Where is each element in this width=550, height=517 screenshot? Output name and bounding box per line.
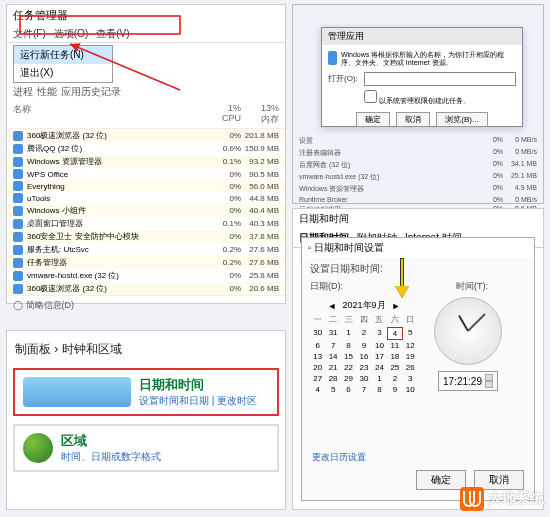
calendar-day[interactable]: 10 bbox=[403, 384, 418, 395]
calendar-day[interactable]: 8 bbox=[372, 384, 387, 395]
table-row[interactable]: Windows 资源管理器0%4.9 MB bbox=[299, 183, 537, 195]
calendar-day[interactable]: 21 bbox=[325, 362, 340, 373]
table-row[interactable]: 服务主机: UtcSvc0.2%27.6 MB bbox=[7, 243, 285, 256]
admin-checkbox[interactable] bbox=[364, 90, 377, 103]
calendar-day[interactable]: 25 bbox=[387, 362, 402, 373]
calendar-day[interactable]: 6 bbox=[310, 340, 325, 351]
table-row[interactable]: Runtime Broker0%0 MB/s bbox=[299, 195, 537, 204]
calendar[interactable]: ◄ 2021年9月 ► 一二三四五六日 30311234567891011121… bbox=[310, 297, 418, 395]
tab-0[interactable]: 进程 bbox=[13, 85, 33, 99]
table-row[interactable]: vmware-hostd.exe (32 位)0%25.8 MB bbox=[7, 269, 285, 282]
calendar-day[interactable]: 5 bbox=[403, 327, 418, 340]
calendar-day[interactable]: 1 bbox=[341, 327, 356, 340]
calendar-day[interactable]: 27 bbox=[310, 373, 325, 384]
calendar-day[interactable]: 20 bbox=[310, 362, 325, 373]
process-name: 360极速浏览器 (32 位) bbox=[27, 130, 203, 141]
cpu-value: 0% bbox=[203, 206, 241, 215]
calendar-day[interactable]: 2 bbox=[356, 327, 371, 340]
calendar-day[interactable]: 28 bbox=[325, 373, 340, 384]
table-row[interactable]: WPS Office0%90.5 MB bbox=[7, 168, 285, 180]
region-sub[interactable]: 时间、日期或数字格式 bbox=[61, 450, 161, 464]
process-name: WPS Office bbox=[27, 170, 203, 179]
calendar-day[interactable]: 11 bbox=[387, 340, 402, 351]
table-row[interactable]: Windows 资源管理器0.1%93.2 MB bbox=[7, 155, 285, 168]
time-spinner[interactable] bbox=[485, 374, 493, 388]
task-manager-tabs: 进程性能应用历史记录 bbox=[7, 83, 285, 101]
table-row[interactable]: 腾讯QQ (32 位)0.6%150.9 MB bbox=[7, 142, 285, 155]
calendar-day[interactable]: 16 bbox=[356, 351, 371, 362]
calendar-day[interactable]: 13 bbox=[310, 351, 325, 362]
calendar-day[interactable]: 14 bbox=[325, 351, 340, 362]
region-card[interactable]: 区域 时间、日期或数字格式 bbox=[13, 424, 279, 472]
open-input[interactable] bbox=[364, 72, 516, 86]
table-row[interactable]: 任务管理器0.2%27.6 MB bbox=[7, 256, 285, 269]
menu-file[interactable]: 文件(F) bbox=[13, 27, 46, 41]
table-row[interactable]: 注册表编辑器0%0 MB/s bbox=[299, 147, 537, 159]
table-row[interactable]: uTools0%44.8 MB bbox=[7, 192, 285, 204]
calendar-day[interactable]: 12 bbox=[403, 340, 418, 351]
dialog-titlebar: ▫ 日期和时间设置 bbox=[302, 238, 534, 258]
breadcrumb[interactable]: 制面板 › 时钟和区域 bbox=[13, 337, 279, 368]
calendar-day[interactable]: 19 bbox=[403, 351, 418, 362]
prev-month-button[interactable]: ◄ bbox=[328, 301, 337, 311]
calendar-day[interactable]: 26 bbox=[403, 362, 418, 373]
change-calendar-link[interactable]: 更改日历设置 bbox=[312, 451, 366, 464]
tm-footer[interactable]: ◯ 简略信息(D) bbox=[7, 295, 285, 315]
table-row[interactable]: vmware-hostd.exe (32 位)0%25.1 MB bbox=[299, 171, 537, 183]
menu-options[interactable]: 选项(O) bbox=[54, 27, 88, 41]
menu-exit[interactable]: 退出(X) bbox=[14, 64, 112, 82]
date-col-label: 日期(D): bbox=[310, 280, 418, 293]
calendar-day[interactable]: 30 bbox=[356, 373, 371, 384]
calendar-day[interactable]: 2 bbox=[387, 373, 402, 384]
run-browse-button[interactable]: 浏览(B)... bbox=[436, 112, 487, 127]
menu-view[interactable]: 查看(V) bbox=[96, 27, 129, 41]
mem-value: 27.6 MB bbox=[241, 258, 279, 267]
table-row[interactable]: 360极速浏览器 (32 位)0%201.8 MB bbox=[7, 129, 285, 142]
next-month-button[interactable]: ► bbox=[392, 301, 401, 311]
tab-1[interactable]: 性能 bbox=[37, 85, 57, 99]
table-row[interactable]: 百度网盘 (32 位)0%34.1 MB bbox=[299, 159, 537, 171]
table-row[interactable]: 设置0%0 MB/s bbox=[299, 135, 537, 147]
calendar-day[interactable]: 15 bbox=[341, 351, 356, 362]
calendar-day[interactable]: 31 bbox=[325, 327, 340, 340]
menu-new-task[interactable]: 运行新任务(N) bbox=[14, 46, 112, 64]
table-row[interactable]: Everything0%56.0 MB bbox=[7, 180, 285, 192]
calendar-day[interactable]: 7 bbox=[356, 384, 371, 395]
table-row[interactable]: 360极速浏览器 (32 位)0%20.6 MB bbox=[7, 282, 285, 295]
run-dialog-title: 管理应用 bbox=[322, 28, 522, 45]
calendar-day[interactable]: 18 bbox=[387, 351, 402, 362]
time-input[interactable]: 17:21:29 bbox=[438, 371, 498, 391]
date-time-card[interactable]: 日期和时间 设置时间和日期 | 更改时区 bbox=[13, 368, 279, 416]
calendar-day[interactable]: 9 bbox=[356, 340, 371, 351]
calendar-day[interactable]: 30 bbox=[310, 327, 325, 340]
process-name: 服务主机: UtcSvc bbox=[27, 244, 203, 255]
datetime-ok-button[interactable]: 确定 bbox=[416, 470, 466, 490]
calendar-day[interactable]: 23 bbox=[356, 362, 371, 373]
calendar-day[interactable]: 8 bbox=[341, 340, 356, 351]
run-cancel-button[interactable]: 取消 bbox=[396, 112, 430, 127]
calendar-day[interactable]: 7 bbox=[325, 340, 340, 351]
dow-label: 六 bbox=[387, 314, 402, 325]
app-icon bbox=[13, 258, 23, 268]
cpu-value: 0.1% bbox=[203, 219, 241, 228]
table-row[interactable]: 桌面窗口管理器0.1%40.3 MB bbox=[7, 217, 285, 230]
calendar-day[interactable]: 3 bbox=[372, 327, 387, 340]
app-icon bbox=[13, 144, 23, 154]
calendar-day[interactable]: 4 bbox=[310, 384, 325, 395]
calendar-day[interactable]: 5 bbox=[325, 384, 340, 395]
calendar-day[interactable]: 3 bbox=[403, 373, 418, 384]
table-row[interactable]: Windows 小组件0%40.4 MB bbox=[7, 204, 285, 217]
date-time-sub[interactable]: 设置时间和日期 | 更改时区 bbox=[139, 394, 257, 408]
calendar-day[interactable]: 22 bbox=[341, 362, 356, 373]
calendar-day[interactable]: 24 bbox=[372, 362, 387, 373]
calendar-day[interactable]: 4 bbox=[387, 327, 402, 340]
tab-2[interactable]: 应用历史记录 bbox=[61, 85, 121, 99]
calendar-day[interactable]: 17 bbox=[372, 351, 387, 362]
calendar-day[interactable]: 29 bbox=[341, 373, 356, 384]
calendar-day[interactable]: 6 bbox=[341, 384, 356, 395]
run-ok-button[interactable]: 确定 bbox=[356, 112, 390, 127]
calendar-day[interactable]: 1 bbox=[372, 373, 387, 384]
table-row[interactable]: 360安全卫士 安全防护中心模块0%37.8 MB bbox=[7, 230, 285, 243]
calendar-day[interactable]: 9 bbox=[387, 384, 402, 395]
calendar-day[interactable]: 10 bbox=[372, 340, 387, 351]
